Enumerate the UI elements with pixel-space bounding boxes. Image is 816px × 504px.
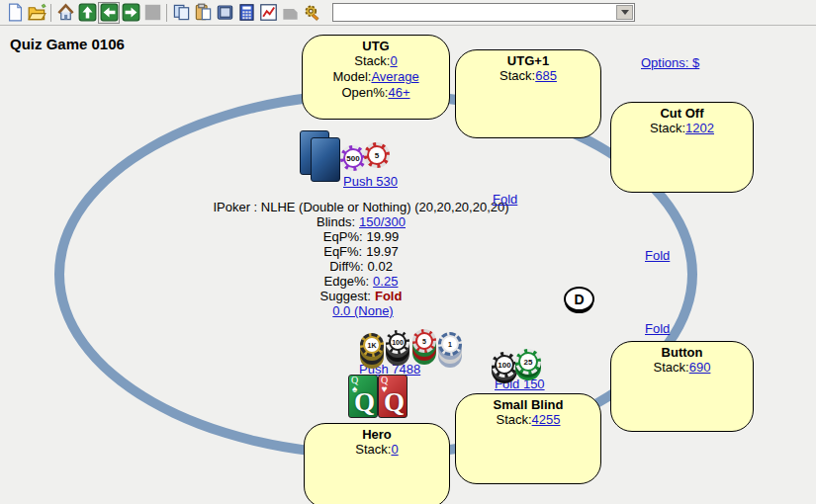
suggest-value: Fold xyxy=(375,289,402,303)
seat-utg-model-link[interactable]: Average xyxy=(371,69,418,84)
options-link[interactable]: Options: $ xyxy=(641,55,699,70)
seat-button-stack-link[interactable]: 690 xyxy=(689,360,711,375)
seat-utg: UTG Stack:0 Model:Average Open%:46+ xyxy=(302,35,450,120)
model-label: Model: xyxy=(332,69,371,84)
seat-utg-open-link[interactable]: 46+ xyxy=(388,85,409,100)
suggest-label: Suggest: xyxy=(320,289,371,303)
edge-link[interactable]: 0.25 xyxy=(373,274,398,289)
settings-icon[interactable] xyxy=(301,2,322,24)
eqp-label: EqP%: xyxy=(323,229,363,244)
chip-25: 25 xyxy=(515,349,541,375)
seat-utg-stack-link[interactable]: 0 xyxy=(390,53,397,68)
chip-stack-1: 1 xyxy=(438,332,462,356)
seat-cutoff: Cut Off Stack:1202 xyxy=(610,102,754,193)
chip-100: 100 xyxy=(492,352,517,378)
stack-label: Stack: xyxy=(355,442,391,457)
hand-info-panel: IPoker : NLHE (Double or Nothing) (20,20… xyxy=(153,200,569,318)
copy-icon[interactable] xyxy=(170,2,192,24)
seat-utg1-stack-link[interactable]: 685 xyxy=(535,68,557,83)
notes-icon[interactable] xyxy=(214,2,235,24)
app-window: Quiz Game 0106 Options: $ UTG Stack:0 Mo… xyxy=(0,0,816,504)
seat-cutoff-name: Cut Off xyxy=(611,106,753,121)
chip-stack-100: 100 xyxy=(386,330,409,354)
stack-label: Stack: xyxy=(499,68,535,83)
seat-cutoff-stack-link[interactable]: 1202 xyxy=(685,121,714,135)
seat-utg1: UTG+1 Stack:685 xyxy=(455,49,601,138)
smallblind-action-link[interactable]: Fold 150 xyxy=(495,377,545,391)
stack-label: Stack: xyxy=(496,412,531,427)
stack-label: Stack: xyxy=(654,360,689,375)
stop-disabled-icon xyxy=(141,2,163,24)
chip-5: 5 xyxy=(364,142,390,168)
dealer-button: D xyxy=(564,287,594,311)
hero-card-queen-spades: Q♠ Q xyxy=(348,375,378,418)
stack-label: Stack: xyxy=(650,121,685,135)
utg1-action-link[interactable]: Fold xyxy=(493,192,517,207)
seat-smallblind-name: Small Blind xyxy=(456,397,600,412)
new-document-icon[interactable] xyxy=(4,2,26,24)
seat-utg-name: UTG xyxy=(303,39,449,53)
blinds-label: Blinds: xyxy=(317,214,355,229)
back-arrow-icon[interactable] xyxy=(98,2,120,24)
open-label: Open%: xyxy=(341,85,388,100)
forward-arrow-icon[interactable] xyxy=(120,2,141,24)
game-select-dropdown[interactable] xyxy=(332,3,635,22)
result-link[interactable]: 0.0 (None) xyxy=(332,303,393,318)
paste-icon[interactable] xyxy=(192,2,214,24)
toolbar-separator xyxy=(50,4,51,22)
eqf-value: 19.97 xyxy=(366,244,399,259)
cutoff-action-link[interactable]: Fold xyxy=(645,248,670,263)
chip-stack-5: 5 xyxy=(412,329,436,353)
utg-action-link[interactable]: Push 530 xyxy=(343,174,398,189)
open-folder-icon[interactable] xyxy=(26,2,47,24)
hero-card-queen-hearts: Q♥ Q xyxy=(378,375,408,418)
diff-label: Diff%: xyxy=(329,259,363,274)
blinds-link[interactable]: 150/300 xyxy=(359,214,406,229)
utg-card-back xyxy=(311,137,340,182)
seat-smallblind: Small Blind Stack:4255 xyxy=(455,393,601,484)
eqp-value: 19.99 xyxy=(367,229,400,244)
edge-label: Edge%: xyxy=(324,274,370,289)
eqf-label: EqF%: xyxy=(323,244,362,259)
chip-500: 500 xyxy=(340,145,366,171)
chip-stack-1k: 1K xyxy=(360,333,384,357)
diff-value: 0.02 xyxy=(368,259,393,274)
seat-button-name: Button xyxy=(611,345,753,360)
range-disabled-icon xyxy=(279,2,301,24)
button-action-link[interactable]: Fold xyxy=(645,321,670,336)
seat-hero-name: Hero xyxy=(305,427,449,442)
calculator-icon[interactable] xyxy=(235,2,257,24)
seat-hero: Hero Stack:0 xyxy=(304,423,450,504)
seat-hero-stack-link[interactable]: 0 xyxy=(391,442,398,457)
chart-icon[interactable] xyxy=(257,2,279,24)
dropdown-arrow-icon[interactable] xyxy=(616,5,633,20)
up-arrow-icon[interactable] xyxy=(76,2,98,24)
toolbar xyxy=(0,0,816,26)
stack-label: Stack: xyxy=(354,53,390,68)
home-icon[interactable] xyxy=(54,2,76,24)
page-title: Quiz Game 0106 xyxy=(10,36,125,52)
toolbar-separator xyxy=(166,4,167,22)
seat-utg1-name: UTG+1 xyxy=(456,53,600,68)
seat-button: Button Stack:690 xyxy=(610,341,754,432)
seat-smallblind-stack-link[interactable]: 4255 xyxy=(532,412,561,427)
